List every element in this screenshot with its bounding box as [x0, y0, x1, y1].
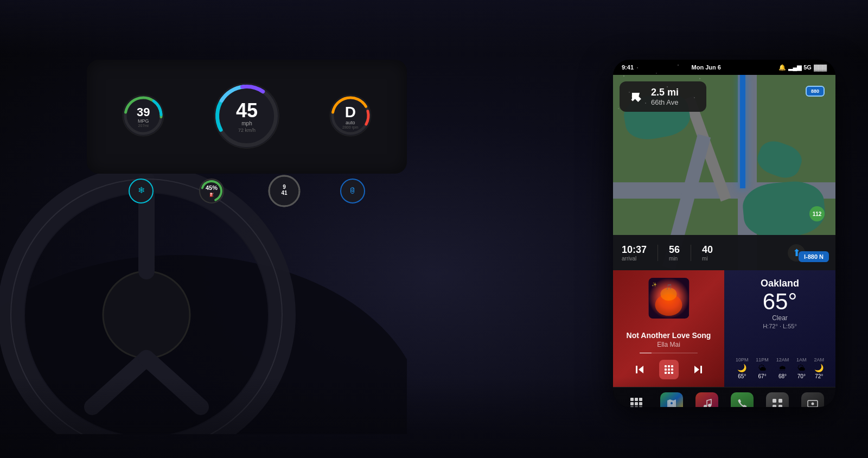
minutes-item: 56 min — [669, 244, 680, 262]
svg-rect-50 — [700, 366, 702, 373]
forecast-temp-0: 65° — [738, 373, 746, 379]
minutes-label: min — [669, 256, 680, 262]
weather-temperature: 65° — [732, 289, 828, 314]
navigation-route — [740, 75, 745, 188]
svg-rect-40 — [665, 365, 667, 367]
speed-section: 45 mph 72 km/h — [210, 79, 283, 155]
status-bar: 9:41 Mon Jun 6 🔔 ▂▄▆ 5G ▓▓▓ — [613, 60, 835, 75]
grid-button[interactable] — [659, 360, 679, 379]
weather-high: H:72° — [763, 323, 778, 329]
arrival-time: 10:37 — [622, 244, 647, 256]
svg-point-17 — [330, 95, 371, 136]
next-button[interactable] — [690, 361, 707, 378]
svg-text:9: 9 — [283, 184, 286, 190]
eta-bar: 10:37 arrival 56 min 40 mi ⬆ I-880 N — [613, 235, 835, 270]
ac-gauge: ❄ — [127, 177, 155, 205]
apps-grid-icon[interactable] — [766, 392, 789, 408]
carplay-settings-icon[interactable] — [801, 392, 824, 408]
svg-point-12 — [214, 83, 279, 148]
forecast-item-0: 10PM 🌙 65° — [736, 357, 749, 379]
eta-divider-2 — [691, 245, 691, 261]
nav-street: 66th Ave — [651, 98, 679, 106]
forecast-item-4: 2AM 🌙 72° — [814, 357, 825, 379]
svg-rect-45 — [671, 368, 673, 371]
svg-point-62 — [704, 405, 707, 408]
carplay-panel: 9:41 Mon Jun 6 🔔 ▂▄▆ 5G ▓▓▓ 880 — [613, 60, 835, 407]
forecast-time-3: 1AM — [796, 357, 807, 362]
phone-app-icon[interactable] — [731, 392, 754, 408]
nav-text: 2.5 mi 66th Ave — [651, 87, 679, 106]
svg-text:❄: ❄ — [138, 186, 145, 195]
mpg-gauge: 39 MPG 207mi — [119, 91, 168, 142]
music-panel[interactable]: 🎵 ✨ Not Another Love Song Ella Mai — [613, 270, 724, 387]
svg-text:🛢: 🛢 — [349, 186, 356, 195]
svg-rect-39 — [636, 366, 637, 373]
forecast-temp-4: 72° — [815, 373, 823, 379]
svg-rect-46 — [665, 372, 667, 374]
svg-text:⛽: ⛽ — [209, 192, 214, 197]
arrival-label: arrival — [622, 256, 647, 262]
eta-minutes: 56 — [669, 244, 680, 256]
weather-condition: Clear — [732, 314, 828, 322]
svg-rect-64 — [773, 399, 776, 403]
svg-rect-41 — [668, 365, 670, 367]
weather-city: Oakland — [732, 278, 828, 289]
forecast-icon-4: 🌙 — [814, 364, 824, 372]
forecast-temp-1: 67° — [758, 373, 767, 379]
instrument-cluster: 39 MPG 207mi 45 m — [87, 60, 407, 174]
arrival-time-item: 10:37 arrival — [622, 244, 647, 262]
gear-gauge: D auto 2800 rpm — [326, 91, 375, 142]
svg-point-71 — [811, 402, 814, 405]
weather-panel: Oakland 65° Clear H:72° · L:55° 10PM 🌙 6… — [724, 270, 835, 387]
svg-rect-48 — [671, 372, 673, 374]
svg-text:41: 41 — [282, 190, 288, 196]
bell-icon: 🔔 — [778, 64, 786, 71]
forecast-time-2: 12AM — [776, 357, 789, 362]
eta-divider-1 — [658, 245, 658, 261]
svg-point-61 — [671, 402, 673, 404]
dock-bar — [613, 387, 835, 407]
home-grid-icon[interactable] — [625, 392, 648, 408]
miles-label: mi — [702, 256, 713, 262]
forecast-temp-3: 70° — [797, 373, 806, 379]
nav-instruction: 2.5 mi 66th Ave — [620, 81, 706, 112]
svg-marker-49 — [694, 366, 699, 373]
svg-rect-65 — [778, 399, 782, 403]
forecast-icon-0: 🌙 — [737, 364, 746, 372]
svg-point-2 — [103, 271, 190, 358]
route-badge: I-880 N — [799, 251, 829, 262]
maps-app-icon[interactable] — [660, 392, 683, 408]
nav-distance: 2.5 mi — [651, 87, 679, 98]
progress-fill — [640, 353, 651, 353]
forecast-icon-1: 🌥 — [758, 364, 766, 372]
album-art: 🎵 ✨ — [648, 278, 689, 319]
svg-point-23 — [200, 179, 224, 203]
miles-item: 40 mi — [702, 244, 713, 262]
svg-rect-44 — [668, 368, 670, 371]
svg-rect-47 — [668, 372, 670, 374]
svg-rect-43 — [665, 368, 667, 371]
forecast-item-3: 1AM 🌥 70° — [796, 357, 807, 379]
svg-rect-66 — [773, 405, 776, 408]
song-info: Not Another Love Song Ella Mai — [621, 331, 717, 348]
battery-gauge: 45% ⛽ — [193, 177, 231, 205]
music-app-icon[interactable] — [695, 392, 718, 408]
status-right-icons: 🔔 ▂▄▆ 5G ▓▓▓ — [778, 64, 827, 71]
svg-point-63 — [708, 404, 711, 407]
forecast-temp-2: 68° — [778, 373, 787, 379]
highway-badge-112: 112 — [809, 206, 825, 221]
bottom-panels: 🎵 ✨ Not Another Love Song Ella Mai — [613, 270, 835, 387]
mpg-section: 39 MPG 207mi — [119, 91, 168, 142]
turn-arrow-icon — [627, 88, 644, 105]
highway-badge-880: 880 — [806, 86, 825, 97]
eta-miles: 40 — [702, 244, 713, 256]
speed-gauge: 45 mph 72 km/h — [210, 79, 283, 155]
forecast-item-2: 12AM 🌧 68° — [776, 357, 789, 379]
maps-section[interactable]: 880 112 2.5 mi 66th Ave 10:37 — [613, 75, 835, 270]
song-artist: Ella Mai — [621, 341, 717, 348]
svg-marker-38 — [639, 366, 643, 373]
prev-button[interactable] — [631, 361, 648, 378]
status-time: 9:41 — [622, 64, 634, 71]
weather-forecast: 10PM 🌙 65° 11PM 🌥 67° 12AM 🌧 68° 1AM 🌥 — [732, 334, 828, 379]
forecast-icon-2: 🌧 — [778, 364, 786, 372]
